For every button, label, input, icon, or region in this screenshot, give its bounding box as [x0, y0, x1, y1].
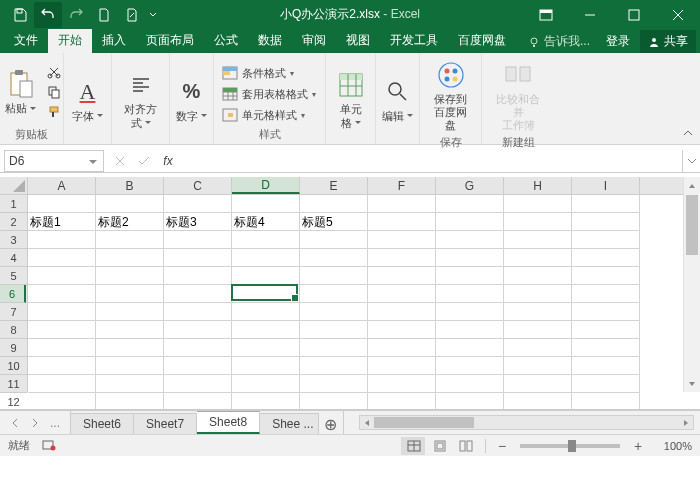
cell-I7[interactable]: [572, 303, 640, 321]
col-header-I[interactable]: I: [572, 177, 640, 194]
cell-I4[interactable]: [572, 249, 640, 267]
cell-F3[interactable]: [368, 231, 436, 249]
select-all-button[interactable]: [0, 177, 28, 195]
cells-button[interactable]: 单元格: [331, 67, 371, 131]
cell-H6[interactable]: [504, 285, 572, 303]
cell-B6[interactable]: [96, 285, 164, 303]
cell-I2[interactable]: [572, 213, 640, 231]
copy-button[interactable]: [45, 83, 63, 101]
share-button[interactable]: 共享: [640, 30, 696, 53]
qat-open-button[interactable]: [118, 2, 146, 28]
sheet-next-button[interactable]: [26, 414, 44, 432]
cell-H7[interactable]: [504, 303, 572, 321]
compare-merge-button[interactable]: 比较和合并 工作簿: [488, 57, 548, 135]
cell-I9[interactable]: [572, 339, 640, 357]
zoom-in-button[interactable]: +: [630, 438, 646, 454]
vertical-scrollbar[interactable]: [683, 177, 700, 392]
close-button[interactable]: [656, 0, 700, 29]
row-header-2[interactable]: 2: [0, 213, 27, 231]
cell-H11[interactable]: [504, 375, 572, 393]
cell-G9[interactable]: [436, 339, 504, 357]
cell-H9[interactable]: [504, 339, 572, 357]
cell-B1[interactable]: [96, 195, 164, 213]
baidu-save-button[interactable]: 保存到 百度网盘: [426, 57, 475, 135]
col-header-G[interactable]: G: [436, 177, 504, 194]
cell-H12[interactable]: [504, 393, 572, 410]
cell-A5[interactable]: [28, 267, 96, 285]
maximize-button[interactable]: [612, 0, 656, 29]
cell-D3[interactable]: [232, 231, 300, 249]
redo-button[interactable]: [62, 2, 90, 28]
cell-C10[interactable]: [164, 357, 232, 375]
cell-C9[interactable]: [164, 339, 232, 357]
save-button[interactable]: [6, 2, 34, 28]
scroll-thumb[interactable]: [686, 195, 698, 255]
cell-B3[interactable]: [96, 231, 164, 249]
cell-F1[interactable]: [368, 195, 436, 213]
cell-H1[interactable]: [504, 195, 572, 213]
cell-E7[interactable]: [300, 303, 368, 321]
cell-G2[interactable]: [436, 213, 504, 231]
cell-G3[interactable]: [436, 231, 504, 249]
ribbon-options-button[interactable]: [524, 0, 568, 29]
tab-baidu[interactable]: 百度网盘: [448, 28, 516, 53]
tab-data[interactable]: 数据: [248, 28, 292, 53]
undo-button[interactable]: [34, 2, 62, 28]
col-header-A[interactable]: A: [28, 177, 96, 194]
qat-customize-button[interactable]: [146, 2, 160, 28]
cell-F11[interactable]: [368, 375, 436, 393]
cell-I6[interactable]: [572, 285, 640, 303]
insert-function-button[interactable]: fx: [156, 151, 180, 171]
cell-I3[interactable]: [572, 231, 640, 249]
cell-G7[interactable]: [436, 303, 504, 321]
view-normal-button[interactable]: [401, 437, 425, 455]
cell-C5[interactable]: [164, 267, 232, 285]
row-header-11[interactable]: 11: [0, 375, 27, 393]
cell-E6[interactable]: [300, 285, 368, 303]
cells-area[interactable]: 标题1标题2标题3标题4标题5: [28, 195, 683, 392]
cell-I12[interactable]: [572, 393, 640, 410]
col-header-B[interactable]: B: [96, 177, 164, 194]
cell-B2[interactable]: 标题2: [96, 213, 164, 231]
cell-I1[interactable]: [572, 195, 640, 213]
cell-B7[interactable]: [96, 303, 164, 321]
cell-F10[interactable]: [368, 357, 436, 375]
cell-F8[interactable]: [368, 321, 436, 339]
cell-G4[interactable]: [436, 249, 504, 267]
cell-D11[interactable]: [232, 375, 300, 393]
qat-new-button[interactable]: [90, 2, 118, 28]
editing-button[interactable]: 编辑: [378, 74, 418, 125]
tab-file[interactable]: 文件: [4, 28, 48, 53]
cell-G6[interactable]: [436, 285, 504, 303]
zoom-value[interactable]: 100%: [648, 440, 692, 452]
macro-record-button[interactable]: [42, 439, 56, 453]
row-header-3[interactable]: 3: [0, 231, 27, 249]
cell-A8[interactable]: [28, 321, 96, 339]
alignment-button[interactable]: 对齐方式: [118, 67, 163, 131]
cancel-edit-button[interactable]: [108, 151, 132, 171]
cell-A7[interactable]: [28, 303, 96, 321]
cell-C12[interactable]: [164, 393, 232, 410]
cell-style-button[interactable]: 单元格样式▾: [220, 107, 307, 124]
cell-E9[interactable]: [300, 339, 368, 357]
cell-E12[interactable]: [300, 393, 368, 410]
add-sheet-button[interactable]: ⊕: [319, 416, 343, 434]
cell-B9[interactable]: [96, 339, 164, 357]
tab-home[interactable]: 开始: [48, 28, 92, 53]
format-painter-button[interactable]: [45, 103, 63, 121]
cell-D4[interactable]: [232, 249, 300, 267]
tab-view[interactable]: 视图: [336, 28, 380, 53]
cell-G5[interactable]: [436, 267, 504, 285]
cell-B11[interactable]: [96, 375, 164, 393]
cell-B10[interactable]: [96, 357, 164, 375]
sheet-tab-8[interactable]: Sheet8: [197, 411, 260, 434]
table-format-button[interactable]: 套用表格格式▾: [220, 86, 318, 103]
cell-G10[interactable]: [436, 357, 504, 375]
cell-H8[interactable]: [504, 321, 572, 339]
cell-F12[interactable]: [368, 393, 436, 410]
cell-I10[interactable]: [572, 357, 640, 375]
cell-D9[interactable]: [232, 339, 300, 357]
scroll-down-button[interactable]: [684, 375, 700, 392]
cell-G1[interactable]: [436, 195, 504, 213]
cell-A6[interactable]: [28, 285, 96, 303]
